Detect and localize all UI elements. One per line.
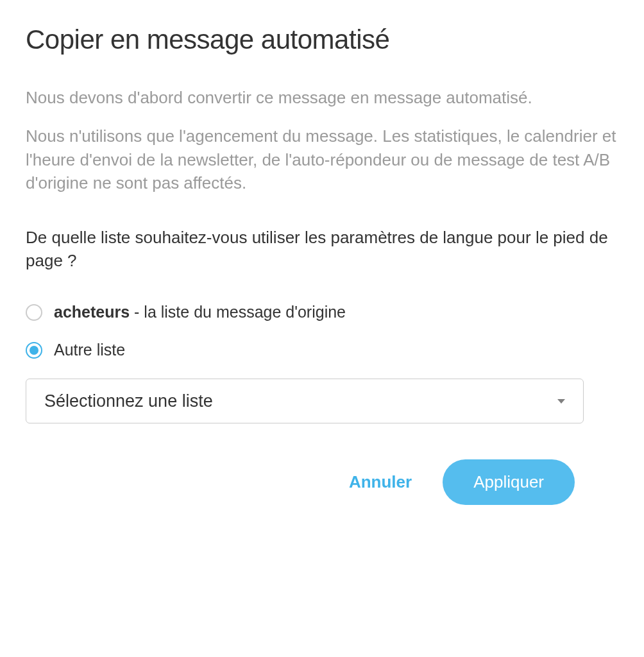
dialog-title: Copier en message automatisé xyxy=(26,24,618,55)
description-paragraph-1: Nous devons d'abord convertir ce message… xyxy=(26,86,618,109)
radio-label-rest: - la liste du message d'origine xyxy=(130,303,346,321)
radio-label-bold: acheteurs xyxy=(54,303,130,321)
list-select-dropdown[interactable]: Sélectionnez une liste xyxy=(26,379,584,423)
description-paragraph-2: Nous n'utilisons que l'agencement du mes… xyxy=(26,124,618,194)
radio-group: acheteurs - la liste du message d'origin… xyxy=(26,303,618,359)
radio-icon xyxy=(26,304,42,321)
button-row: Annuler Appliquer xyxy=(26,459,618,505)
radio-option-other-list[interactable]: Autre liste xyxy=(26,341,618,359)
radio-icon-selected xyxy=(26,342,42,359)
radio-label: acheteurs - la liste du message d'origin… xyxy=(54,303,346,321)
radio-option-original-list[interactable]: acheteurs - la liste du message d'origin… xyxy=(26,303,618,321)
radio-label: Autre liste xyxy=(54,341,125,359)
caret-down-icon xyxy=(557,399,565,404)
dialog-description: Nous devons d'abord convertir ce message… xyxy=(26,86,618,195)
question-label: De quelle liste souhaitez-vous utiliser … xyxy=(26,226,618,273)
radio-label-rest: Autre liste xyxy=(54,341,125,359)
select-placeholder: Sélectionnez une liste xyxy=(44,391,213,411)
cancel-button[interactable]: Annuler xyxy=(349,472,412,492)
apply-button[interactable]: Appliquer xyxy=(443,459,575,505)
